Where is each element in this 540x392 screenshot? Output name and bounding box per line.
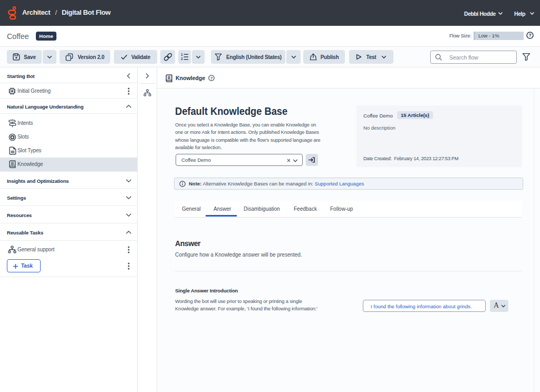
svg-text:?: ?	[528, 33, 532, 38]
svg-text:?: ?	[210, 76, 213, 81]
svg-text:1: 1	[181, 53, 183, 56]
svg-text:2: 2	[181, 57, 183, 61]
